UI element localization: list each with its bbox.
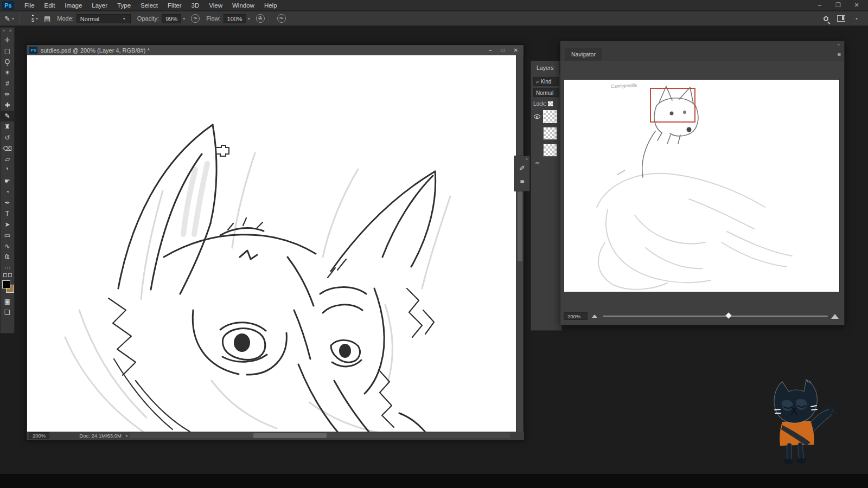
document-window-controls: – □ ✕ (489, 47, 524, 53)
path-selection-tool[interactable]: ➤ (1, 219, 14, 230)
layer-row[interactable] (531, 110, 561, 124)
menu-view[interactable]: View (204, 0, 227, 11)
pressure-opacity-icon[interactable]: ✑ (191, 14, 200, 23)
navigator-view-rectangle[interactable] (650, 88, 695, 123)
tab-layers[interactable]: Layers (531, 61, 559, 74)
navigator-zoom-slider[interactable] (603, 316, 828, 317)
menu-file[interactable]: File (20, 0, 40, 11)
quick-mask-button[interactable]: ▣ (1, 296, 14, 307)
marquee-tool[interactable]: ▢ (1, 46, 14, 56)
brush-settings-panel-icon[interactable]: ✐ (515, 162, 529, 175)
eraser-tool[interactable]: ⌫ (1, 143, 14, 154)
blur-tool[interactable]: ❜ (1, 165, 14, 176)
crop-tool[interactable]: # (1, 78, 14, 89)
type-tool[interactable]: T (1, 208, 14, 219)
chevron-down-icon[interactable]: ▾ (183, 16, 185, 21)
link-layers-icon[interactable]: ∞ (535, 159, 561, 166)
swap-colors-icon[interactable] (1, 273, 14, 280)
menu-window[interactable]: Window (227, 0, 259, 11)
chevron-down-icon[interactable]: ▾ (36, 16, 38, 21)
flow-input[interactable]: 100% (224, 14, 246, 23)
gradient-tool[interactable]: ▱ (1, 154, 14, 165)
document-titlebar[interactable]: Ps sutdies.psd @ 200% (Layer 4, RGB/8#) … (27, 45, 524, 55)
magic-wand-tool[interactable]: ✶ (1, 67, 14, 78)
status-expand-arrow[interactable]: ▸ (126, 433, 128, 438)
close-icon[interactable]: ✕ (9, 29, 12, 34)
menu-image[interactable]: Image (60, 0, 87, 11)
layer-thumbnail[interactable] (543, 110, 557, 123)
doc-close-button[interactable]: ✕ (514, 47, 518, 53)
menu-type[interactable]: Type (112, 0, 136, 11)
horizontal-scrollbar[interactable] (130, 433, 510, 438)
smudge-tool[interactable]: ☛ (1, 176, 14, 187)
minimize-button[interactable]: – (816, 2, 824, 9)
menu-edit[interactable]: Edit (40, 0, 60, 11)
menu-3d[interactable]: 3D (187, 0, 205, 11)
close-button[interactable]: ✕ (853, 2, 860, 9)
menu-layer[interactable]: Layer (87, 0, 112, 11)
doc-minimize-button[interactable]: – (489, 47, 492, 53)
zoom-tool[interactable]: Ҩ (1, 252, 14, 262)
brush-tool[interactable]: ✎ (1, 111, 14, 121)
pen-tool[interactable]: ✒ (1, 197, 14, 208)
layer-blend-mode-select[interactable]: Normal (533, 88, 559, 97)
history-brush-tool[interactable]: ↺ (1, 132, 14, 143)
move-tool[interactable]: ✛ (1, 35, 14, 46)
chevron-down-icon[interactable]: ▾ (12, 16, 14, 21)
doc-maximize-button[interactable]: □ (501, 47, 505, 53)
navigator-zoom-input[interactable]: 200% (564, 312, 588, 320)
collapse-panel-icon[interactable]: » (838, 42, 840, 47)
eyedropper-tool[interactable]: ✏ (1, 89, 14, 100)
clone-stamp-tool[interactable]: ♜ (1, 121, 14, 132)
zoom-slider-thumb[interactable] (725, 312, 731, 318)
zoom-level-input[interactable]: 200% (29, 432, 49, 439)
dodge-tool[interactable]: ◔ (1, 187, 14, 197)
layer-thumbnail[interactable] (543, 127, 557, 140)
chevron-down-icon[interactable]: ▾ (248, 16, 250, 21)
hand-tool[interactable]: ∿ (1, 241, 14, 252)
options-bar: ✎ ▾ 5 ▾ ▤ Mode: Normal ▾ Opacity: 99% ▾ … (0, 11, 868, 26)
screen-mode-button[interactable]: ❏ (1, 307, 14, 318)
brush-tool-icon[interactable]: ✎ (4, 15, 10, 23)
chevron-down-icon[interactable]: ▾ (856, 16, 858, 21)
menu-select[interactable]: Select (136, 0, 163, 11)
layer-row[interactable] (531, 143, 561, 157)
wolf-sketch (27, 55, 516, 433)
menu-help[interactable]: Help (259, 0, 282, 11)
expand-panel-icon[interactable]: » (3, 29, 5, 34)
canvas[interactable] (27, 55, 516, 433)
lasso-tool[interactable]: Ǫ (1, 56, 14, 67)
layer-filter-kind[interactable]: ⌕ Kind (533, 77, 559, 86)
panel-menu-icon[interactable]: ≡ (838, 51, 841, 57)
vertical-scrollbar[interactable] (516, 55, 523, 433)
workspace-switcher-icon[interactable] (837, 15, 845, 22)
navigator-proxy-preview[interactable]: Canisgentilis (564, 79, 840, 292)
airbrush-icon[interactable]: ✇ (256, 14, 265, 23)
lock-transparency-icon[interactable] (548, 101, 553, 106)
zoom-out-icon[interactable] (592, 314, 597, 318)
restore-button[interactable]: ❐ (834, 2, 842, 9)
foreground-color-swatch[interactable] (2, 280, 10, 288)
window-controls: – ❐ ✕ (816, 2, 868, 9)
zoom-in-icon[interactable] (831, 314, 839, 319)
edit-toolbar-button[interactable]: ⋯ (1, 262, 14, 273)
brush-panel-toggle-icon[interactable]: ▤ (44, 15, 50, 23)
brush-preset-picker[interactable]: 5 (31, 15, 34, 22)
brush-size-value: 5 (31, 18, 34, 22)
layer-thumbnail[interactable] (543, 144, 557, 157)
layer-visibility-icon[interactable] (534, 114, 540, 119)
smoothing-icon[interactable]: ✑ (277, 14, 286, 23)
search-icon[interactable] (824, 16, 828, 21)
shape-tool[interactable]: ▭ (1, 230, 14, 241)
layer-row[interactable] (531, 126, 561, 140)
menu-filter[interactable]: Filter (163, 0, 187, 11)
opacity-input[interactable]: 99% (162, 14, 181, 23)
letterbox-strip (0, 474, 868, 488)
properties-panel-icon[interactable]: ≡ (515, 175, 529, 188)
document-size-readout: Doc: 24.1M/63.0M (79, 433, 122, 439)
spot-healing-tool[interactable]: ✚ (1, 100, 14, 111)
blend-mode-select[interactable]: Normal ▾ (76, 14, 131, 23)
tab-navigator[interactable]: Navigator (565, 48, 602, 61)
horizontal-scrollbar-thumb[interactable] (253, 433, 327, 438)
expand-panels-icon[interactable]: » (515, 156, 529, 162)
